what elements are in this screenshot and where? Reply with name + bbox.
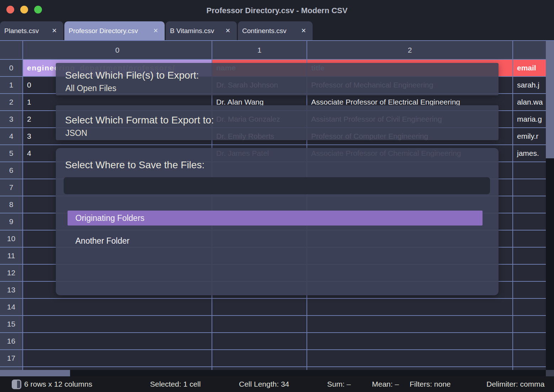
row-header-3[interactable]: 3: [0, 111, 23, 128]
cell-r9c3[interactable]: [513, 213, 546, 231]
cell-r18c0[interactable]: [23, 367, 212, 370]
tab-bar: Planets.csv✕Professor Directory.csv✕B Vi…: [0, 21, 554, 41]
export-format-heading: Select Which Format to Export to:: [65, 115, 214, 126]
vertical-scrollbar[interactable]: [546, 41, 554, 370]
cell-r6c3[interactable]: [513, 162, 546, 179]
cell-r15c3[interactable]: [513, 316, 546, 333]
row-header-5[interactable]: 5: [0, 145, 23, 162]
grid-corner: [0, 41, 23, 60]
tab-planets-csv[interactable]: Planets.csv✕: [0, 21, 63, 40]
row-header-8[interactable]: 8: [0, 196, 23, 213]
export-files-selected-option[interactable]: All Open Files: [65, 84, 116, 93]
cell-r16c3[interactable]: [513, 333, 546, 350]
panel-layout-icon-fill: [13, 381, 17, 388]
tab-b-vitamins-csv[interactable]: B Vitamins.csv✕: [166, 21, 237, 40]
row-header-16[interactable]: 16: [0, 333, 23, 350]
scrollbar-corner: [546, 370, 554, 376]
cell-r5c3[interactable]: james.: [513, 145, 546, 162]
option-another-folder[interactable]: Another Folder: [68, 233, 483, 248]
row-header-7[interactable]: 7: [0, 179, 23, 196]
cell-r17c1[interactable]: [212, 350, 307, 367]
cell-r17c3[interactable]: [513, 350, 546, 367]
export-files-heading: Select Which File(s) to Export:: [65, 70, 199, 81]
column-header-2[interactable]: 2: [307, 41, 513, 60]
tab-professor-directory-csv[interactable]: Professor Directory.csv✕: [64, 21, 165, 40]
export-format-panel: Select Which Format to Export to: JSON: [56, 105, 499, 140]
cell-r18c3[interactable]: [513, 367, 546, 370]
cell-r14c2[interactable]: [307, 299, 513, 316]
status-mean: Mean: –: [372, 376, 399, 392]
cell-r17c2[interactable]: [307, 350, 513, 367]
row-header-10[interactable]: 10: [0, 231, 23, 248]
row-header-2[interactable]: 2: [0, 94, 23, 111]
save-path-input[interactable]: [64, 177, 490, 194]
vertical-scrollbar-thumb[interactable]: [546, 41, 554, 158]
tab-label: Continents.csv: [242, 27, 287, 35]
row-header-0[interactable]: 0: [0, 60, 23, 77]
row-header-11[interactable]: 11: [0, 248, 23, 265]
status-selected: Selected: 1 cell: [150, 376, 201, 392]
export-files-panel: Select Which File(s) to Export: All Open…: [56, 63, 499, 95]
save-location-list: Originating FoldersAnother Folder: [68, 211, 483, 248]
row-header-9[interactable]: 9: [0, 213, 23, 231]
close-tab-icon[interactable]: ✕: [225, 27, 230, 35]
cell-r16c0[interactable]: [23, 333, 212, 350]
cell-r18c2[interactable]: [307, 367, 513, 370]
close-tab-icon[interactable]: ✕: [153, 27, 158, 35]
cell-r16c2[interactable]: [307, 333, 513, 350]
row-header-13[interactable]: 13: [0, 282, 23, 299]
row-header-14[interactable]: 14: [0, 299, 23, 316]
status-sum: Sum: –: [327, 376, 351, 392]
cell-r2c3[interactable]: alan.wa: [513, 94, 546, 111]
status-bar: 6 rows x 12 columns Selected: 1 cell Cel…: [0, 376, 554, 392]
horizontal-scrollbar[interactable]: [0, 370, 546, 376]
cell-r14c0[interactable]: [23, 299, 212, 316]
tab-label: Planets.csv: [4, 27, 39, 35]
window-title: Professor Directory.csv - Modern CSV: [0, 0, 554, 21]
cell-r12c3[interactable]: [513, 265, 546, 282]
title-bar: Professor Directory.csv - Modern CSV: [0, 0, 554, 21]
close-tab-icon[interactable]: ✕: [52, 27, 57, 35]
cell-r14c3[interactable]: [513, 299, 546, 316]
cell-r10c3[interactable]: [513, 231, 546, 248]
cell-r15c2[interactable]: [307, 316, 513, 333]
option-originating-folders[interactable]: Originating Folders: [68, 211, 483, 226]
status-cell-length: Cell Length: 34: [239, 376, 289, 392]
cell-r17c0[interactable]: [23, 350, 212, 367]
row-header-15[interactable]: 15: [0, 316, 23, 333]
cell-r1c3[interactable]: sarah.j: [513, 77, 546, 94]
export-save-heading: Select Where to Save the Files:: [65, 159, 204, 171]
horizontal-scrollbar-thumb[interactable]: [0, 370, 70, 376]
cell-r15c1[interactable]: [212, 316, 307, 333]
cell-r0c3[interactable]: email: [513, 60, 546, 77]
status-dimensions: 6 rows x 12 columns: [24, 376, 92, 392]
close-tab-icon[interactable]: ✕: [301, 27, 306, 35]
cell-r14c1[interactable]: [212, 299, 307, 316]
cell-r13c3[interactable]: [513, 282, 546, 299]
cell-r7c3[interactable]: [513, 179, 546, 196]
tab-label: B Vitamins.csv: [170, 27, 214, 35]
tab-continents-csv[interactable]: Continents.csv✕: [238, 21, 313, 40]
cell-r3c3[interactable]: maria.g: [513, 111, 546, 128]
app-window: { "window": { "title": "Professor Direct…: [0, 0, 554, 392]
column-header-1[interactable]: 1: [212, 41, 307, 60]
column-header-clipped[interactable]: [513, 41, 546, 60]
panel-layout-icon[interactable]: [12, 380, 21, 389]
cell-r15c0[interactable]: [23, 316, 212, 333]
export-format-selected-option[interactable]: JSON: [65, 128, 87, 138]
cell-r4c3[interactable]: emily.r: [513, 128, 546, 145]
row-header-17[interactable]: 17: [0, 350, 23, 367]
cell-r11c3[interactable]: [513, 248, 546, 265]
row-header-clipped[interactable]: [0, 367, 23, 370]
cell-r8c3[interactable]: [513, 196, 546, 213]
cell-r16c1[interactable]: [212, 333, 307, 350]
row-header-4[interactable]: 4: [0, 128, 23, 145]
cell-r18c1[interactable]: [212, 367, 307, 370]
column-header-0[interactable]: 0: [23, 41, 212, 60]
export-save-panel: Select Where to Save the Files: Originat…: [56, 148, 499, 295]
status-delimiter: Delimiter: comma: [486, 376, 544, 392]
row-header-6[interactable]: 6: [0, 162, 23, 179]
status-filters: Filters: none: [410, 376, 451, 392]
row-header-12[interactable]: 12: [0, 265, 23, 282]
row-header-1[interactable]: 1: [0, 77, 23, 94]
